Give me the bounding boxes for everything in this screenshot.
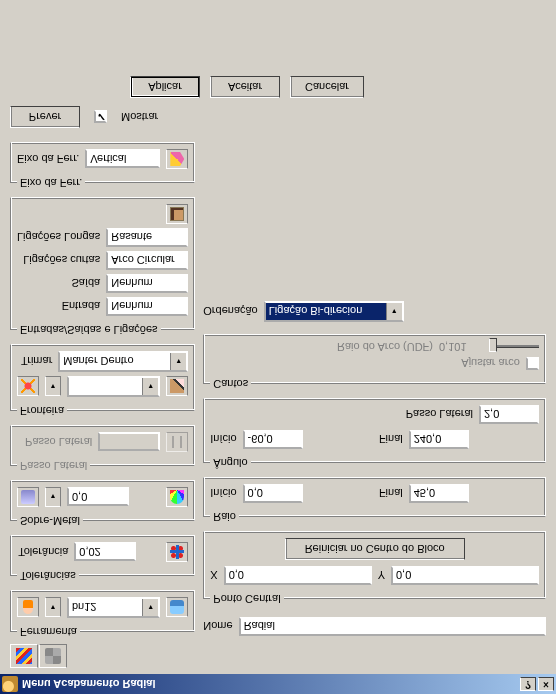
tolerancia-extra[interactable] [166,542,188,562]
eixoferr-group: Eixo da Ferr. Eixo da Ferr. Vertical [10,142,195,189]
close-button[interactable]: × [538,677,554,691]
tolerancia-input[interactable] [74,543,136,562]
chevron-down-icon [170,353,186,370]
pontocentral-legend: Ponto Central [210,593,283,605]
trimar-label: Trimar [21,356,52,368]
entrada-label: Entrada [17,301,100,313]
ang-passo-input[interactable] [479,405,539,424]
chevron-down-icon [142,599,158,616]
raio-inicio-label: Início [210,488,236,500]
eixoferr-value: Vertical [85,150,160,169]
ang-passo-label: Passo Lateral [406,409,473,421]
fronteira-pencil[interactable] [166,377,188,397]
fronteira-legend: Fronteira [17,405,67,417]
ferramenta-dropdown[interactable]: bn12 [67,597,160,618]
help-button[interactable]: ? [520,677,536,691]
curtas-value: Arco Circular [106,251,188,270]
cancelar-button[interactable]: Cancelar [290,76,364,98]
pc-y-label: Y [378,570,385,582]
tab-secondary[interactable] [39,644,67,668]
curtas-label: Ligações curtas [17,255,100,267]
reiniciar-button[interactable]: Reiniciar no Centro do Bloco [285,538,465,560]
ordenacao-label: Ordenação [203,306,257,318]
tab-bar [10,644,546,668]
ferramenta-value: bn12 [69,599,142,616]
ang-inicio-input[interactable] [243,430,303,449]
tolerancias-group: Tolerâncias Tolerância [10,535,195,582]
raio-legend: Raio [210,511,239,523]
cube-icon [45,648,61,664]
links-legend: Entradas/Saídas e Ligações [17,324,161,336]
fronteira-dd1[interactable] [45,377,61,397]
fronteira-spark[interactable] [17,377,39,397]
pc-y-input[interactable] [391,566,539,585]
pc-x-input[interactable] [224,566,372,585]
longas-value: Rasante [106,228,188,247]
ang-final-input[interactable] [409,430,469,449]
thickness-icon [21,490,35,504]
ajustar-checkbox[interactable] [526,357,539,370]
ferramenta-dd1[interactable] [45,598,61,618]
sobremetal-input[interactable] [67,488,129,507]
fronteira-group: Fronteira Trimar Manter Dentro [10,344,195,417]
saida-value: Nenhum [106,274,188,293]
sobremetal-dd[interactable] [45,487,61,507]
ordenacao-value: Ligação Bi-direcion [266,303,386,320]
raio-inicio-input[interactable] [243,484,303,503]
aplicar-button[interactable]: Aplicar [130,76,200,98]
sobremetal-legend: Sobre-Metal [17,515,83,527]
tool-icon [23,601,33,615]
ferramenta-pick[interactable] [166,598,188,618]
raioarco-label: Raio do Arco (UDF) [337,341,433,353]
tolerancia-label: Tolerância [18,546,68,558]
pencil-icon [170,380,184,394]
ang-inicio-label: Início [210,434,236,446]
chevron-down-icon [142,378,158,395]
ferramenta-legend: Ferramenta [17,626,80,638]
pontocentral-group: Ponto Central X Y Reiniciar no Centro do… [203,531,546,605]
passolateral-group: Passo Lateral Passo Lateral [10,425,195,472]
bottle-icon [170,601,184,615]
pc-x-label: X [210,570,217,582]
angulo-group: Ângulo Início Final Passo Lateral [203,398,546,469]
mostrar-label: Mostrar [121,111,158,123]
angulo-legend: Ângulo [210,457,250,469]
nome-input[interactable] [239,617,546,636]
tab-main[interactable] [10,644,38,668]
saida-label: Saída [17,278,100,290]
mostrar-checkbox[interactable]: ✓ [94,111,107,124]
window-title: Menu Acabamento Radial [22,678,155,690]
ordenacao-dropdown[interactable]: Ligação Bi-direcion [264,301,404,322]
ferramenta-icon-button[interactable] [17,598,39,618]
prever-button[interactable]: Prever [10,106,80,128]
passolateral-input [98,433,160,452]
stepover-icon [172,436,182,448]
sobremetal-rainbow[interactable] [166,487,188,507]
eixoferr-legend: Eixo da Ferr. [17,177,85,189]
aceitar-button[interactable]: Aceitar [210,76,280,98]
trimar-dropdown[interactable]: Manter Dentro [58,351,188,372]
cantos-legend: Cantos [210,378,251,390]
links-group: Entradas/Saídas e Ligações Entrada Nenhu… [10,197,195,336]
sobremetal-iconbtn[interactable] [17,487,39,507]
ferramenta-group: Ferramenta bn12 [10,590,195,638]
tolerance-icon [170,545,184,559]
raio-group: Raio Início Final [203,477,546,523]
trimar-value: Manter Dentro [60,353,170,370]
fronteira-select[interactable] [67,376,160,397]
passolateral-label: Passo Lateral [25,436,92,448]
ajustar-label: Ajustar arco [461,358,520,370]
ang-final-label: Final [379,434,403,446]
links-door[interactable] [166,204,188,224]
raio-final-label: Final [379,488,403,500]
entrada-value: Nenhum [106,297,188,316]
eixoferr-tag[interactable] [166,149,188,169]
door-icon [170,207,184,221]
tolerancias-legend: Tolerâncias [17,570,79,582]
raio-final-input[interactable] [409,484,469,503]
chevron-down-icon [386,303,402,320]
title-bar: Menu Acabamento Radial ? × [0,674,556,694]
raioarco-slider[interactable] [489,346,539,349]
longas-label: Ligações Longas [17,232,100,244]
nome-label: Nome [203,621,232,633]
